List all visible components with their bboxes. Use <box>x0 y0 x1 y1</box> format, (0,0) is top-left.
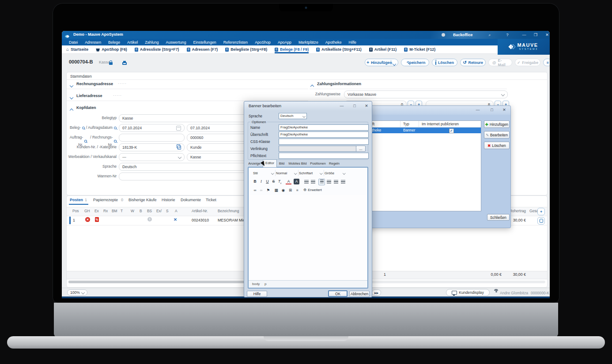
menu-adressen[interactable]: Adressen <box>81 40 105 45</box>
zahlungsweise-select[interactable]: Vorkasse Mauve <box>344 90 508 98</box>
tab-posten[interactable]: Posten <box>70 198 83 202</box>
minimize-icon[interactable]: — <box>520 31 528 39</box>
ok-button[interactable]: OK <box>328 290 348 297</box>
align-justify-icon[interactable] <box>340 180 346 185</box>
banner-edit-button[interactable]: ✎Bearbeiten <box>484 131 510 139</box>
editor-content[interactable] <box>249 195 367 281</box>
menu-button[interactable]: ≡ <box>543 59 550 66</box>
publiziert-checkbox[interactable] <box>449 128 454 133</box>
tab-belegliste[interactable]: Belegliste (Strg+F8) <box>225 45 267 53</box>
abbrechen-button[interactable]: Abbrechen <box>349 291 370 297</box>
bold-icon[interactable]: B <box>252 179 258 184</box>
menu-artikel[interactable]: Artikel <box>124 40 141 45</box>
section-zahlungsinformationen[interactable]: Zahlungsinformationen <box>317 82 361 86</box>
info-icon[interactable]: i <box>147 217 152 221</box>
menu-datei[interactable]: Datei <box>65 40 81 45</box>
menu-apoapp[interactable]: ApoApp <box>274 40 295 45</box>
print-icon[interactable] <box>122 62 127 65</box>
tab-papierrezepte[interactable]: Papierrezepte <box>93 198 118 202</box>
link-icon[interactable]: ∞ <box>252 188 258 193</box>
tab-belege[interactable]: Belege (F8 / F9) <box>275 45 309 53</box>
erweitert-button[interactable]: ⚙Erweitert <box>303 188 322 192</box>
minimize-icon[interactable]: — <box>338 103 346 109</box>
tab-startseite[interactable]: ⌂Startseite <box>66 45 88 53</box>
format-dropdown[interactable]: Normal <box>274 170 298 176</box>
close-icon[interactable]: ✕ <box>500 107 508 113</box>
restore-icon[interactable]: ❐ <box>532 31 540 39</box>
delete-button[interactable]: Löschen <box>432 59 457 66</box>
banner-add-button[interactable]: ✚Hinzufügen <box>484 120 510 128</box>
belegdatum-field[interactable]: 07.10.2024 <box>119 124 185 132</box>
horizontal-rule-icon[interactable]: ≡ <box>295 188 300 193</box>
add-button[interactable]: +Hinzufügen <box>365 59 398 66</box>
menu-referenzlisten[interactable]: Referenzlisten <box>220 40 252 45</box>
anchor-flag-icon[interactable]: ⚑ <box>265 188 271 193</box>
css-klasse-input[interactable] <box>279 139 369 145</box>
bg-color-icon[interactable]: A <box>294 179 299 184</box>
close-icon[interactable]: ✕ <box>543 31 550 39</box>
dtab-positionen[interactable]: Positionen <box>309 161 327 166</box>
image-icon[interactable]: ▦ <box>273 188 279 193</box>
dtab-regeln[interactable]: Regeln <box>328 161 341 166</box>
search-icon[interactable] <box>114 140 117 143</box>
media-icon[interactable]: ◉ <box>280 188 286 193</box>
font-dropdown[interactable]: Schriftart <box>297 170 324 176</box>
chevron-down-icon[interactable] <box>393 62 396 66</box>
menu-auswertung[interactable]: Auswertung <box>162 40 190 45</box>
text-color-icon[interactable]: A <box>286 179 291 184</box>
menu-hilfe[interactable]: Hilfe <box>345 40 360 45</box>
tab-artikelliste[interactable]: Artikelliste (Strg+F11) <box>316 45 362 53</box>
search-icon[interactable] <box>84 140 87 143</box>
tab-dokumente[interactable]: Dokumente <box>181 198 201 202</box>
style-dropdown[interactable]: Stil <box>251 170 276 176</box>
maximize-icon[interactable]: □ <box>351 103 359 109</box>
browse-button[interactable]: ... <box>356 146 366 152</box>
remove-x-icon[interactable]: ✕ <box>174 217 177 222</box>
section-kopfdaten[interactable]: Kopfdaten <box>76 105 96 110</box>
align-right-icon[interactable] <box>333 180 339 185</box>
tab-bisherige-kaeufe[interactable]: Bisherige Käufe <box>128 198 157 202</box>
tab-adressliste[interactable]: Adressliste (Strg+F7) <box>135 45 179 53</box>
tab-historie[interactable]: Historie <box>162 198 175 202</box>
strikethrough-icon[interactable]: S <box>271 179 276 184</box>
kundennr-field[interactable]: 18139-K <box>119 143 185 151</box>
section-rechnungsadresse[interactable]: Rechnungsadresse <box>76 82 113 86</box>
search-icon[interactable] <box>114 127 117 129</box>
search-icon[interactable]: ⌕ <box>486 31 494 39</box>
table-icon[interactable]: ⊞ <box>287 188 293 193</box>
align-left-icon[interactable] <box>318 179 325 185</box>
align-center-icon[interactable] <box>326 180 332 185</box>
calendar-icon[interactable] <box>176 126 181 131</box>
freigabe-button[interactable]: ✓Freigabe <box>515 59 540 66</box>
auftragnr-field[interactable] <box>119 134 185 142</box>
remove-format-icon[interactable]: Tx <box>277 179 283 184</box>
skip-forward-button[interactable]: ▶▶ <box>372 289 381 296</box>
unlink-icon[interactable]: ∞ <box>258 188 264 193</box>
chevron-up-icon[interactable] <box>311 84 314 89</box>
tab-adressen[interactable]: Adressen (F7) <box>187 45 218 53</box>
hilfe-button[interactable]: Hilfe <box>247 291 267 297</box>
document-button[interactable] <box>537 217 545 225</box>
kundendisplay-button[interactable]: Kundendisplay <box>446 289 490 296</box>
tab-artikel[interactable]: Artikel (F11) <box>369 45 397 53</box>
rezept-icon[interactable]: % <box>95 217 99 222</box>
dtab-bild[interactable]: Bild <box>277 161 286 166</box>
menu-marktplaetze[interactable]: Marktplätze <box>295 40 322 45</box>
minimize-icon[interactable]: — <box>474 107 482 113</box>
tab-mticket[interactable]: M-Ticket (F12) <box>404 45 435 53</box>
pflichttext-input[interactable] <box>279 153 369 159</box>
zoom-select[interactable]: 100% <box>67 289 87 296</box>
chevron-down-icon[interactable] <box>70 83 73 88</box>
size-dropdown[interactable]: Größe <box>323 170 347 176</box>
help-icon[interactable]: ? <box>503 31 511 39</box>
verlinkung-input[interactable] <box>279 146 356 152</box>
dialog-sprache-select[interactable]: Deutsch <box>279 113 307 119</box>
menu-zahlung[interactable]: Zahlung <box>141 40 162 45</box>
banner-close-button[interactable]: Schließen <box>487 214 510 221</box>
search-icon[interactable] <box>82 127 85 129</box>
menu-einstellungen[interactable]: Einstellungen <box>189 40 219 45</box>
menu-belege[interactable]: Belege <box>105 40 124 45</box>
werbeaktion-select[interactable]: — <box>119 153 185 161</box>
save-button[interactable]: Speichern <box>401 59 429 66</box>
ordered-list-icon[interactable] <box>303 180 309 185</box>
